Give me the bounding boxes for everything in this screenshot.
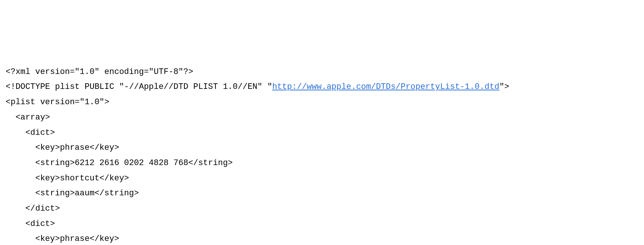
string-shortcut: <string>aaum</string> (6, 189, 139, 198)
doctype-prefix: <!DOCTYPE plist PUBLIC "-//Apple//DTD PL… (6, 82, 272, 92)
string-phrase: <string>6212 2616 0202 4828 768</string> (6, 158, 233, 168)
dict-open-tag: <dict> (6, 128, 55, 137)
key-shortcut: <key>shortcut</key> (6, 174, 129, 183)
key-phrase: <key>phrase</key> (6, 143, 119, 152)
plist-open-tag: <plist version="1.0"> (6, 97, 109, 107)
xml-declaration: <?xml version="1.0" encoding="UTF-8"?> (6, 67, 193, 77)
code-block: <?xml version="1.0" encoding="UTF-8"?> <… (6, 65, 638, 245)
dict-open-tag: <dict> (6, 219, 55, 229)
dtd-url-link[interactable]: http://www.apple.com/DTDs/PropertyList-1… (272, 82, 499, 92)
doctype-line: <!DOCTYPE plist PUBLIC "-//Apple//DTD PL… (6, 82, 509, 92)
doctype-suffix: "> (499, 82, 509, 92)
key-phrase: <key>phrase</key> (6, 234, 119, 244)
array-open-tag: <array> (6, 113, 50, 122)
dict-close-tag: </dict> (6, 204, 60, 213)
